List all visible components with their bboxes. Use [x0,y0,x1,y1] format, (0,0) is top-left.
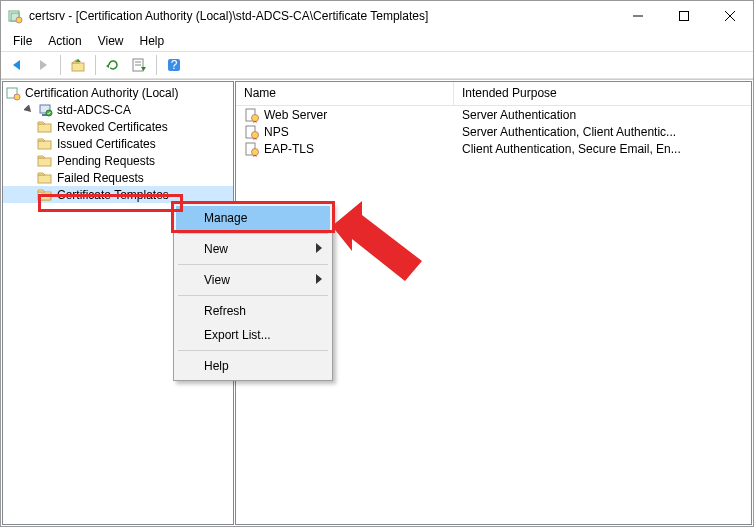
tree-issued[interactable]: Issued Certificates [3,135,233,152]
up-button[interactable] [66,53,90,77]
svg-marker-42 [316,243,322,253]
ctx-new-label: New [204,242,228,256]
folder-icon [37,153,53,169]
column-name[interactable]: Name [236,82,454,105]
svg-rect-29 [38,158,51,166]
menu-view[interactable]: View [90,32,132,50]
svg-rect-4 [680,12,689,21]
help-button[interactable]: ? [162,53,186,77]
submenu-arrow-icon [316,273,322,287]
certificate-icon [244,124,260,140]
cell-purpose: Client Authentication, Secure Email, En.… [454,142,751,156]
svg-marker-7 [13,60,20,70]
tree-issued-label: Issued Certificates [55,137,158,151]
content-area: Certification Authority (Local) [1,79,753,526]
ctx-refresh[interactable]: Refresh [176,299,330,323]
maximize-button[interactable] [661,1,707,31]
list-row[interactable]: NPS Server Authentication, Client Authen… [236,123,751,140]
folder-open-icon [37,187,53,203]
tree-templates[interactable]: Certificate Templates [3,186,233,203]
svg-marker-35 [39,194,52,200]
ctx-separator [178,264,328,265]
svg-text:?: ? [171,58,178,72]
app-icon [7,8,23,24]
tree-revoked[interactable]: Revoked Certificates [3,118,233,135]
list-header: Name Intended Purpose [236,82,751,106]
toolbar-separator [60,55,61,75]
ctx-help-label: Help [204,359,229,373]
folder-icon [37,170,53,186]
svg-marker-28 [38,139,45,141]
svg-point-37 [252,114,259,121]
toolbar: ? [1,51,753,79]
menu-help[interactable]: Help [132,32,173,50]
cell-purpose: Server Authentication, Client Authentic.… [454,125,751,139]
tree-failed[interactable]: Failed Requests [3,169,233,186]
window-title: certsrv - [Certification Authority (Loca… [25,9,615,23]
tree-templates-label: Certificate Templates [55,188,171,202]
column-purpose[interactable]: Intended Purpose [454,82,751,105]
cell-name: NPS [264,125,289,139]
menu-action[interactable]: Action [40,32,89,50]
svg-marker-21 [24,105,34,115]
tree-pending[interactable]: Pending Requests [3,152,233,169]
back-button[interactable] [5,53,29,77]
svg-marker-26 [38,122,45,124]
ctx-export-label: Export List... [204,328,271,342]
tree-pending-label: Pending Requests [55,154,157,168]
ctx-export[interactable]: Export List... [176,323,330,347]
svg-marker-30 [38,156,45,158]
window-controls [615,1,753,31]
title-bar[interactable]: certsrv - [Certification Authority (Loca… [1,1,753,31]
svg-marker-43 [316,274,322,284]
svg-rect-25 [38,124,51,132]
server-icon [37,102,53,118]
ctx-manage[interactable]: Manage [176,206,330,230]
export-button[interactable] [127,53,151,77]
tree-ca[interactable]: std-ADCS-CA [3,101,233,118]
tree-revoked-label: Revoked Certificates [55,120,170,134]
tree-ca-label: std-ADCS-CA [55,103,133,117]
minimize-button[interactable] [615,1,661,31]
toolbar-separator [95,55,96,75]
certificate-icon [244,107,260,123]
ctx-manage-label: Manage [204,211,247,225]
refresh-button[interactable] [101,53,125,77]
collapse-icon[interactable] [21,105,37,115]
list-row[interactable]: Web Server Server Authentication [236,106,751,123]
svg-rect-27 [38,141,51,149]
submenu-arrow-icon [316,242,322,256]
ctx-view-label: View [204,273,230,287]
cell-name: EAP-TLS [264,142,314,156]
tree-root-label: Certification Authority (Local) [23,86,180,100]
ctx-view[interactable]: View [176,268,330,292]
svg-point-20 [14,94,20,100]
ctx-help[interactable]: Help [176,354,330,378]
svg-point-39 [252,131,259,138]
cell-purpose: Server Authentication [454,108,751,122]
menu-file[interactable]: File [5,32,40,50]
forward-button[interactable] [31,53,55,77]
svg-marker-34 [38,190,45,192]
toolbar-separator [156,55,157,75]
tree-failed-label: Failed Requests [55,171,146,185]
ctx-new[interactable]: New [176,237,330,261]
menu-bar: File Action View Help [1,31,753,51]
ctx-separator [178,350,328,351]
svg-marker-12 [106,64,109,68]
list-row[interactable]: EAP-TLS Client Authentication, Secure Em… [236,140,751,157]
svg-marker-32 [38,173,45,175]
ctx-refresh-label: Refresh [204,304,246,318]
svg-marker-8 [40,60,47,70]
context-menu: Manage New View Refresh Export List... H… [173,203,333,381]
svg-point-2 [16,17,22,23]
close-button[interactable] [707,1,753,31]
tree-root[interactable]: Certification Authority (Local) [3,84,233,101]
folder-icon [37,136,53,152]
ctx-separator [178,233,328,234]
window-frame: certsrv - [Certification Authority (Loca… [1,1,753,526]
svg-point-41 [252,148,259,155]
ctx-separator [178,295,328,296]
cell-name: Web Server [264,108,327,122]
svg-rect-31 [38,175,51,183]
